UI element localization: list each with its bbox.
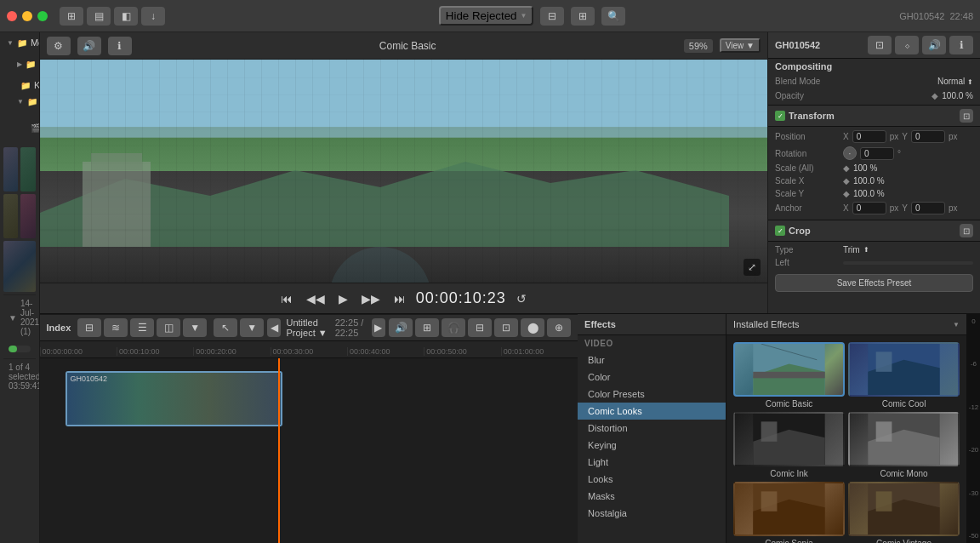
inspector-icon[interactable]: ◧ [114,7,138,26]
timeline-track-area: GH010542 [40,358,578,543]
zoom-in-icon[interactable]: ⊞ [415,318,439,337]
thumbnail-2[interactable] [20,147,35,191]
effect-comic-ink[interactable]: Comic Ink [733,412,845,478]
skimming-icon[interactable]: ⬤ [521,318,544,337]
skip-forward-button[interactable]: ⏭ [390,290,409,307]
fullscreen-button[interactable]: ⤢ [744,259,761,276]
cat-light[interactable]: Light [578,454,726,471]
progress-bar [9,346,17,352]
effect-comic-vintage[interactable]: Comic Vintage [848,482,960,543]
cat-comic-looks[interactable]: Comic Looks [578,403,726,420]
effect-thumb-comic-vintage[interactable] [848,482,960,536]
inspector-panel: GH010542 ⊡ ⬦ 🔊 ℹ Compositing Blend Mode [767,32,980,313]
tree-label-khwahish: Khwahish [34,80,39,90]
transform-enabled-checkbox[interactable]: ✓ [775,111,785,121]
tree-item-khwahish[interactable]: 📁 Khwahish [3,78,36,92]
transform-section[interactable]: ✓ Transform ⊡ [768,105,980,127]
minimize-button[interactable] [22,11,32,21]
cat-blur[interactable]: Blur [578,352,726,369]
cat-masks[interactable]: Masks [578,488,726,505]
thumbnail-1[interactable] [3,147,18,191]
cat-keying[interactable]: Keying [578,437,726,454]
timeline-clip[interactable]: GH010542 [66,371,282,426]
rotation-input[interactable] [860,147,894,160]
keyframe-icon[interactable]: ⬦ [895,36,919,54]
transform-options-icon[interactable]: ⊡ [960,109,973,123]
dropdown-icon[interactable]: ▼ [183,318,207,337]
clip-view-icon[interactable]: ⊟ [468,318,492,337]
search-icon[interactable]: 🔍 [601,7,625,26]
position-y-input[interactable] [911,130,945,143]
thumbnail-3[interactable] [3,194,18,238]
play-button[interactable]: ▶ [335,290,351,307]
anchor-y-input[interactable] [911,202,945,214]
audio-inspector-icon[interactable]: 🔊 [922,36,946,54]
effect-comic-cool[interactable]: Comic Cool [848,342,960,409]
position-x-input[interactable] [852,130,886,143]
file-id-label: GH010542 [899,11,944,21]
anchor-x-input[interactable] [852,202,886,214]
cat-looks[interactable]: Looks [578,471,726,488]
smart-folder-icon: 🎬 [31,123,39,133]
effect-thumb-comic-basic[interactable] [733,342,845,397]
effect-thumb-comic-cool[interactable] [848,342,960,397]
reject-filter-button[interactable]: Hide Rejected ▼ [439,6,534,26]
maximize-button[interactable] [37,11,48,21]
skip-back-button[interactable]: ⏮ [277,290,296,307]
crop-section[interactable]: ✓ Crop ⊡ [768,220,980,242]
timeline-icon[interactable]: ▤ [87,7,111,26]
next-clip-icon[interactable]: ▶ [372,318,385,337]
left-panel: ▼ 📁 MotoSood ▶ 📁 Chikhli - Vadodara 📁 Kh… [0,32,40,543]
snapping-icon[interactable]: ⊡ [494,318,518,337]
tree-item-untitled[interactable]: ▼ 📁 Untitled [3,94,36,108]
waveform-icon[interactable]: ≋ [104,318,128,337]
cat-color[interactable]: Color [578,369,726,386]
download-icon[interactable]: ↓ [141,7,165,26]
tool-dropdown-icon[interactable]: ▼ [240,318,264,337]
info-inspector-icon[interactable]: ℹ [949,36,973,54]
thumbnail-5[interactable] [3,241,36,292]
close-button[interactable] [7,11,17,21]
effect-thumb-comic-sepia[interactable] [733,482,845,536]
loop-button[interactable]: ↺ [513,290,530,307]
effect-comic-mono[interactable]: Comic Mono [848,412,960,478]
view-options-icon[interactable]: ⊟ [540,7,564,26]
crop-enabled-checkbox[interactable]: ✓ [775,226,785,236]
position-row: Position X px Y px [775,129,973,145]
list-icon[interactable]: ☰ [130,318,154,337]
info-icon[interactable]: ℹ [108,37,132,55]
step-back-button[interactable]: ◀◀ [303,290,328,307]
library-icon[interactable]: ⊞ [60,7,83,26]
audio-icon[interactable]: 🔊 [77,37,101,55]
rotation-knob[interactable]: · [843,146,857,160]
save-effects-preset-button[interactable]: Save Effects Preset [775,274,973,292]
view-button[interactable]: View ▼ [720,38,761,53]
thumbnail-4[interactable] [20,194,35,238]
effect-thumb-comic-ink[interactable] [733,412,845,466]
prev-clip-icon[interactable]: ◀ [267,318,281,337]
tree-item-chikhli[interactable]: ▶ 📁 Chikhli - Vadodara [3,52,36,76]
grid-view-icon[interactable]: ⊞ [571,7,595,26]
step-forward-button[interactable]: ▶▶ [358,290,384,307]
zoom-out-icon[interactable]: 🔊 [389,318,413,337]
cat-distortion[interactable]: Distortion [578,420,726,437]
transform-mode-icon[interactable]: ⊡ [868,36,892,54]
cat-color-presets[interactable]: Color Presets [578,386,726,403]
preview-settings-icon[interactable]: ⚙ [47,37,71,55]
cat-nostalgia[interactable]: Nostalgia [578,505,726,522]
angle-view-icon[interactable]: ◫ [157,318,180,337]
effect-thumb-comic-mono[interactable] [848,412,960,466]
scale-x-label: Scale X [775,176,843,186]
tree-item-motosood[interactable]: ▼ 📁 MotoSood [3,36,36,49]
filmstrip-icon[interactable]: ⊟ [77,318,101,337]
headphones-icon[interactable]: 🎧 [442,318,465,337]
effect-comic-sepia[interactable]: Comic Sepia [733,482,845,543]
tree-item-16-03-22[interactable]: 🎬 16-03-22 [3,111,36,145]
effect-comic-basic[interactable]: Comic Basic [733,342,845,409]
select-tool-icon[interactable]: ↖ [214,318,237,337]
effect-label-comic-mono: Comic Mono [848,469,960,478]
zoom-display[interactable]: 59% [684,39,713,53]
solo-icon[interactable]: ⊕ [547,318,571,337]
level-0: 0 [967,317,980,325]
crop-options-icon[interactable]: ⊡ [960,224,973,237]
